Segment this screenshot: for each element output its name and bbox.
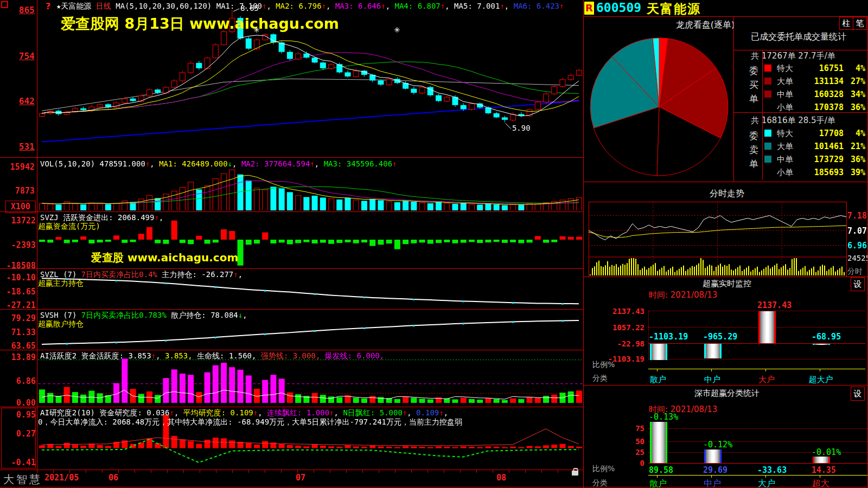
- monitor-gridline: [648, 327, 865, 328]
- shenshi-bar: [813, 457, 830, 463]
- legend-pct: 36%: [845, 102, 865, 112]
- shenshi-category[interactable]: 中户: [696, 478, 729, 488]
- header-segment: ↑: [169, 408, 174, 417]
- header-segment: 0.109: [416, 408, 439, 417]
- divider: [0, 407, 583, 407]
- header-segment: 强势线: 3.000,: [261, 351, 325, 360]
- divider: [0, 350, 583, 350]
- monitor-settings-button[interactable]: 设: [851, 277, 865, 291]
- axis-label: 865: [2, 5, 35, 15]
- brand-label: 大智慧: [3, 472, 42, 487]
- shenshi-gridline: [648, 428, 867, 429]
- shenshi-pct-label: -0.01%: [812, 447, 841, 457]
- header-segment: ↑: [154, 213, 158, 222]
- monitor-category[interactable]: 中户: [696, 375, 729, 385]
- order-volume-pie-chart[interactable]: [589, 24, 732, 181]
- header-segment: 连续飘红: 1.000: [267, 408, 329, 417]
- buy-summary: 共 17267单 27.7手/单: [751, 51, 835, 61]
- divider: [583, 385, 868, 386]
- axis-label: -27.21: [2, 300, 36, 310]
- axis-label: 642: [2, 96, 35, 106]
- divider: [583, 16, 868, 17]
- divider: [0, 157, 583, 158]
- legend-value: 131134: [789, 76, 844, 86]
- header-segment: 3.853,: [165, 351, 193, 360]
- axis-label: 7873: [2, 186, 35, 196]
- monitor-bar: [758, 311, 776, 343]
- divider: [37, 0, 37, 470]
- tick: [711, 475, 712, 478]
- stock-name[interactable]: 天富能源: [647, 1, 701, 17]
- sell-summary: 共 16816单 28.5手/单: [751, 115, 835, 126]
- header-segment: ↑: [441, 2, 445, 10]
- stock-code[interactable]: 600509: [596, 1, 641, 15]
- monitor-category[interactable]: 大户: [750, 375, 783, 385]
- shenshi-category[interactable]: 超大: [805, 478, 837, 488]
- timeline-date: 06: [108, 473, 118, 483]
- divider: [0, 487, 868, 487]
- shenshi-ytick: 50: [628, 437, 644, 446]
- lock-icon[interactable]: [572, 471, 578, 476]
- header-segment: ,: [334, 408, 343, 417]
- header-segment: MA(5,10,20,30,60,120): [116, 2, 216, 10]
- legend-value: 16751: [789, 63, 844, 73]
- column-mode-button[interactable]: 柱: [839, 17, 853, 30]
- indicator-focus-box: [1, 408, 36, 468]
- svzl-subtitle: 超赢主力持仓: [38, 279, 84, 288]
- divider: [0, 268, 583, 269]
- intraday-chart[interactable]: [586, 184, 868, 277]
- header-segment: ,: [238, 270, 242, 279]
- header-segment: MA2: 6.796: [276, 2, 321, 10]
- tick: [765, 475, 766, 478]
- monitor-gridline: [648, 343, 865, 344]
- header-segment: ↑: [559, 2, 564, 10]
- volume-header: VOL(5,10,20) 478591.000↑, MA1: 426489.00…: [40, 159, 397, 168]
- header-segment: ↑: [392, 159, 397, 168]
- shenshi-category[interactable]: 散户: [642, 478, 674, 488]
- timeline-date: 08: [496, 473, 506, 483]
- divider: [733, 50, 868, 50]
- header-segment: 平均研究度: 0.109: [183, 408, 253, 417]
- header-segment: VOL(5,10,20): [40, 159, 100, 168]
- shenshi-settings-button[interactable]: 设: [851, 387, 865, 401]
- shenshi-gridline: [648, 441, 867, 442]
- axis-label: 13.89: [2, 352, 36, 362]
- monitor-ytick: 1057.22: [601, 323, 644, 332]
- tick: [820, 475, 820, 478]
- monitor-title: 超赢实时监控: [673, 279, 781, 289]
- header-segment: ,: [174, 408, 183, 417]
- header-segment: ,: [386, 2, 395, 10]
- header-segment: ,: [150, 159, 159, 168]
- header-segment: MA1: 7.100: [216, 2, 262, 10]
- header-segment: MA3: 6.646: [335, 2, 381, 10]
- header-segment: 资金研究度: 0.036: [99, 408, 169, 417]
- watermark-banner: 爱查股网 8月13日 www.aichagu.com: [61, 14, 339, 34]
- shenshi-title: 深市超赢分类统计: [662, 388, 792, 399]
- monitor-category[interactable]: 超大户: [805, 375, 837, 385]
- fenshi-price-label: 7.07: [847, 226, 867, 236]
- header-segment: 生命线: 1.560,: [193, 351, 261, 360]
- header-segment: SVZJ 活跃资金进出: 2068.499: [40, 213, 154, 222]
- header-segment: 散户持仓: 78.084: [167, 311, 238, 319]
- header-segment: ↑: [500, 2, 504, 10]
- order-stats-title: 已成交委托单成交量统计: [751, 31, 846, 43]
- monitor-category[interactable]: 散户: [642, 375, 674, 385]
- monitor-bar-value: -1103.19: [649, 332, 688, 342]
- axis-label: 15942: [2, 162, 35, 172]
- header-segment: ↑: [233, 270, 238, 279]
- legend-pct: 34%: [845, 89, 865, 99]
- monitor-class-label: 分类: [592, 374, 608, 383]
- axis-label: 63.65: [2, 341, 36, 351]
- legend-pct: 36%: [845, 155, 865, 164]
- axis-label: 0.00: [2, 398, 36, 408]
- timeline-date: 07: [296, 473, 305, 483]
- stroke-mode-button[interactable]: 笔: [853, 17, 867, 30]
- monitor-bar-value: 2137.43: [757, 300, 792, 310]
- header-segment: 主力持仓: -26.277: [157, 270, 233, 279]
- shenshi-ytick: 25: [628, 448, 644, 457]
- header-segment: ↑: [381, 2, 385, 10]
- shenshi-category[interactable]: 大户: [750, 478, 783, 488]
- header-segment: 7日内买卖净占比0.4%: [81, 270, 157, 279]
- buy-side-label: 委买单: [749, 63, 759, 106]
- divider: [0, 309, 583, 310]
